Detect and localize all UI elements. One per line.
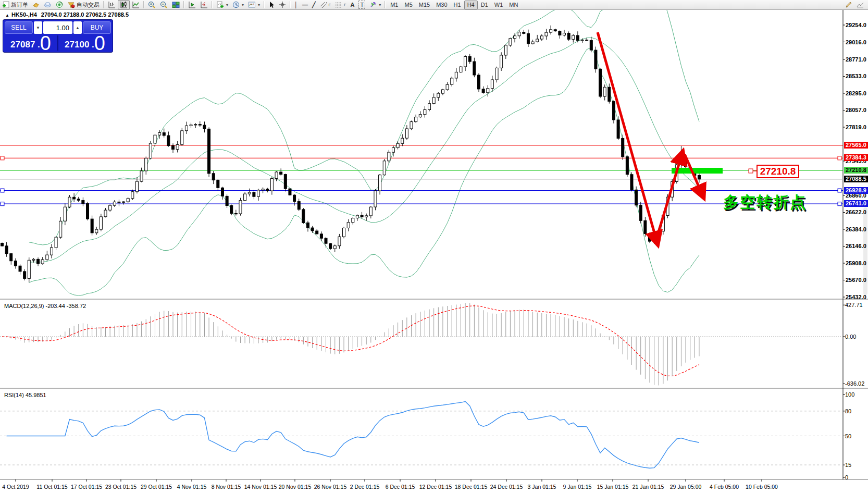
timeframe-h1-button[interactable]: H1 <box>451 1 464 9</box>
fibonacci-icon <box>335 1 342 8</box>
trend-arrow[interactable] <box>655 152 683 242</box>
price-axis-tick: 25908.0 <box>846 260 866 266</box>
turning-point-note[interactable]: 多空转折点 <box>723 192 807 213</box>
line-handle[interactable] <box>838 189 841 192</box>
label-tool-button[interactable]: T <box>356 0 367 9</box>
rsi-axis-tick: 100 <box>845 391 854 398</box>
line-handle[interactable] <box>1 156 4 160</box>
line-chart-button[interactable] <box>130 0 142 9</box>
rsi-axis-tick: 15 <box>845 462 851 468</box>
line-chart-icon <box>132 1 140 8</box>
timeframe-d1-button[interactable]: D1 <box>478 1 491 9</box>
date-label: 20 Nov 01:15 <box>279 484 311 490</box>
price-callout-box[interactable]: 27210.8 <box>757 165 799 178</box>
one-click-trading-panel: SELL ▼ 1.00 ▲ BUY 27087 .0 27100 .0 <box>3 20 113 52</box>
line-handle[interactable] <box>838 202 841 206</box>
toolbar-separator <box>264 1 265 8</box>
horizontal-line-tool-button[interactable]: — <box>300 0 310 9</box>
macd-axis-tick: 0.00 <box>845 334 856 340</box>
date-label: 3 Jan 01:15 <box>528 484 556 490</box>
templates-button[interactable]: ▾ <box>246 0 262 9</box>
signals-button[interactable] <box>54 0 65 9</box>
line-handle[interactable] <box>1 202 4 206</box>
date-label: 11 Oct 01:15 <box>36 484 67 490</box>
history-center-button[interactable] <box>30 0 42 9</box>
template-icon <box>248 1 256 8</box>
trend-arrows[interactable] <box>598 32 703 244</box>
templates-dropdown-arrow[interactable]: ▾ <box>258 3 260 7</box>
candlestick-chart-button[interactable] <box>118 0 130 9</box>
periods-dropdown-arrow[interactable]: ▾ <box>242 3 244 7</box>
timeframe-m1-button[interactable]: M1 <box>387 1 401 9</box>
cursor-tool-button[interactable] <box>266 0 277 9</box>
label-tool-icon: T <box>358 1 365 9</box>
fibonacci-tool-button[interactable]: F <box>333 0 348 9</box>
chart-shift-button[interactable] <box>198 0 210 9</box>
date-label: 24 Dec 01:15 <box>490 484 523 490</box>
support-zone-bar[interactable] <box>672 168 723 174</box>
date-label: 17 Oct 01:15 <box>71 484 102 490</box>
timeframe-m5-button[interactable]: M5 <box>401 1 415 9</box>
rsi-axis-tick: 50 <box>845 433 851 439</box>
line-handle[interactable] <box>1 189 4 192</box>
buy-price-main: 27100 . <box>65 40 94 50</box>
publisher-button[interactable] <box>42 0 54 9</box>
horizontal-levels[interactable] <box>0 145 843 206</box>
date-label: 12 Dec 01:15 <box>419 484 452 490</box>
periods-button[interactable]: ▾ <box>230 0 246 9</box>
indicators-dropdown-arrow[interactable]: ▾ <box>226 3 228 7</box>
arrows-dropdown-arrow[interactable]: ▾ <box>379 3 381 7</box>
timeframe-w1-button[interactable]: W1 <box>491 1 506 9</box>
tile-windows-button[interactable] <box>170 0 182 9</box>
callout-handle[interactable] <box>749 169 753 173</box>
equidistant-channel-tool-button[interactable]: E <box>318 0 333 9</box>
channel-icon <box>320 1 327 8</box>
rsi-axis-tick: 0 <box>845 474 848 480</box>
zoom-in-icon <box>148 1 156 9</box>
rsi-indicator-label: RSI(14) 45.9851 <box>4 392 46 398</box>
tile-windows-icon <box>172 1 180 8</box>
indicators-button[interactable]: ▾ <box>214 0 230 9</box>
chart-canvas <box>0 0 868 493</box>
buy-price[interactable]: 27100 .0 <box>59 35 111 51</box>
sell-price-main: 27087 . <box>10 40 40 50</box>
timeframe-mn-button[interactable]: MN <box>506 1 521 9</box>
auto-trading-icon <box>67 1 75 8</box>
panel-collapse-caret[interactable]: ▲ <box>5 13 9 18</box>
sell-price[interactable]: 27087 .0 <box>5 35 57 51</box>
volume-increase-button[interactable]: ▲ <box>73 21 82 34</box>
book-icon <box>32 1 40 8</box>
chart-properties-button[interactable] <box>854 0 866 9</box>
date-label: 8 Nov 01:15 <box>212 484 241 490</box>
timeframe-h4-button[interactable]: H4 <box>464 1 478 9</box>
indicators-add-icon <box>216 1 224 8</box>
zoom-out-button[interactable] <box>158 0 170 9</box>
price-axis-tick: 26146.0 <box>846 243 866 249</box>
trendline-tool-button[interactable]: ╱ <box>310 0 318 9</box>
price-axis-tag: 26928.9 <box>844 187 868 194</box>
candlestick-series <box>1 26 701 282</box>
toolbar-separator <box>143 1 144 8</box>
price-axis-tick: 28057.0 <box>846 107 866 113</box>
trend-arrow[interactable] <box>598 32 658 244</box>
timeframe-m30-button[interactable]: M30 <box>433 1 450 9</box>
auto-trading-button[interactable]: 自动交易 <box>65 0 102 9</box>
vertical-line-tool-button[interactable]: │ <box>292 0 300 9</box>
chart-shift-icon <box>200 1 208 8</box>
cursor-icon <box>268 1 275 8</box>
price-axis-tick: 28533.0 <box>846 73 866 79</box>
price-axis-tick: 29016.0 <box>846 39 866 45</box>
arrows-tool-button[interactable]: ▾ <box>367 0 383 9</box>
bar-chart-button[interactable] <box>106 0 118 9</box>
draw-properties-button[interactable] <box>843 0 854 9</box>
line-handle[interactable] <box>838 156 841 160</box>
macd-axis-tick: 427.71 <box>845 302 863 308</box>
text-tool-button[interactable]: A <box>349 0 357 9</box>
auto-scroll-button[interactable] <box>186 0 198 9</box>
sell-button[interactable]: SELL <box>5 21 33 34</box>
crosshair-tool-button[interactable] <box>277 0 288 9</box>
new-order-button[interactable]: 新订单 <box>0 0 30 9</box>
zoom-in-button[interactable] <box>146 0 158 9</box>
timeframe-m15-button[interactable]: M15 <box>416 1 433 9</box>
toolbar-separator <box>183 1 184 8</box>
